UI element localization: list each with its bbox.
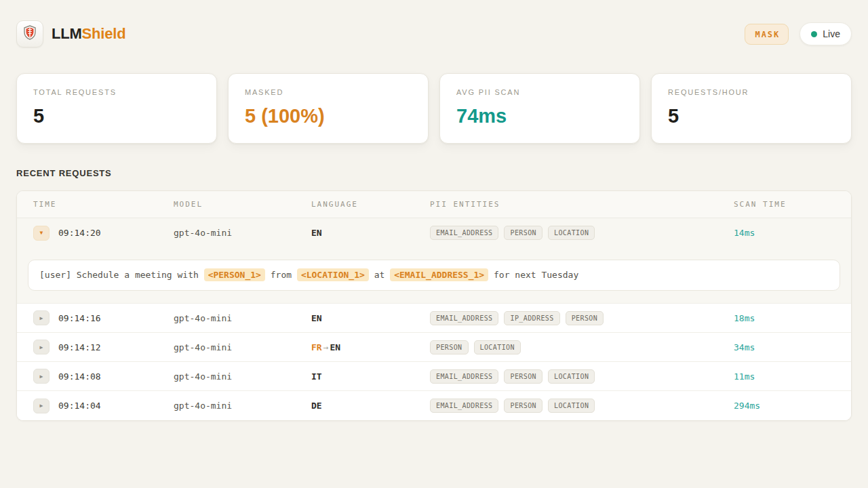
page-title: LLMShield [52, 25, 125, 43]
stat-value: 5 (100%) [245, 105, 412, 127]
stat-value: 5 [33, 105, 200, 127]
pii-entity-chip: PERSON [504, 226, 542, 240]
time-cell: ▶ 09:14:08 [33, 369, 174, 384]
language-cell: FR→EN [311, 342, 430, 352]
table-row[interactable]: ▶ 09:14:16 gpt-4o-mini EN EMAIL_ADDRESS … [17, 304, 851, 333]
triangle-down-icon: ▼ [40, 230, 43, 236]
pii-entity-chip: PERSON [566, 311, 604, 325]
app-logo [16, 20, 43, 47]
expand-row-button[interactable]: ▶ [33, 340, 50, 354]
scan-time-cell: 14ms [734, 228, 835, 238]
location-token: <LOCATION_1> [297, 268, 369, 281]
table-header-row: TIME MODEL LANGUAGE PII ENTITIES SCAN TI… [17, 191, 851, 218]
column-header-language: LANGUAGE [311, 200, 430, 209]
language-cell: IT [311, 371, 430, 382]
message-text: for next Tuesday [488, 270, 578, 280]
scan-time-cell: 11ms [734, 371, 835, 382]
column-header-model: MODEL [174, 200, 311, 209]
triangle-right-icon: ▶ [40, 403, 43, 409]
expanded-request-panel: [user] Schedule a meeting with <PERSON_1… [17, 247, 851, 304]
pii-entity-chip: PERSON [504, 369, 542, 384]
pii-entity-chip: EMAIL_ADDRESS [430, 399, 498, 413]
pii-entity-chip: PERSON [430, 340, 469, 354]
request-time: 09:14:08 [58, 371, 101, 382]
masked-message: [user] Schedule a meeting with <PERSON_1… [28, 260, 840, 291]
requests-table: TIME MODEL LANGUAGE PII ENTITIES SCAN TI… [16, 190, 852, 421]
language-target: EN [330, 342, 340, 352]
stat-value: 74ms [456, 105, 623, 127]
model-cell: gpt-4o-mini [174, 342, 311, 352]
collapse-row-button[interactable]: ▼ [33, 226, 50, 241]
table-row[interactable]: ▶ 09:14:04 gpt-4o-mini DE EMAIL_ADDRESS … [17, 391, 851, 420]
triangle-right-icon: ▶ [40, 344, 43, 350]
expand-row-button[interactable]: ▶ [33, 399, 50, 413]
column-header-time: TIME [33, 200, 174, 209]
scan-time-cell: 34ms [734, 342, 835, 352]
shield-icon [23, 25, 37, 43]
pii-entities-cell: EMAIL_ADDRESS PERSON LOCATION [430, 226, 734, 240]
language-cell: EN [311, 228, 430, 238]
email-address-token: <EMAIL_ADDRESS_1> [390, 268, 488, 281]
pii-entity-chip: PERSON [504, 399, 542, 413]
expand-row-button[interactable]: ▶ [33, 310, 50, 325]
column-header-scan-time: SCAN TIME [734, 200, 835, 209]
pii-entity-chip: EMAIL_ADDRESS [430, 369, 498, 384]
pii-entity-chip: LOCATION [548, 226, 595, 240]
language-cell: EN [311, 313, 430, 323]
pii-entity-chip: IP_ADDRESS [504, 311, 559, 325]
message-text: [user] Schedule a meeting with [39, 270, 204, 280]
pii-entities-cell: EMAIL_ADDRESS IP_ADDRESS PERSON [430, 311, 734, 325]
pii-entity-chip: EMAIL_ADDRESS [430, 226, 498, 240]
message-text: at [369, 270, 390, 280]
brand-prefix: LLM [52, 25, 82, 42]
request-time: 09:14:20 [58, 228, 101, 238]
request-time: 09:14:16 [58, 313, 101, 323]
time-cell: ▶ 09:14:04 [33, 399, 174, 413]
table-row[interactable]: ▼ 09:14:20 gpt-4o-mini EN EMAIL_ADDRESS … [17, 218, 851, 247]
pii-entity-chip: LOCATION [548, 399, 595, 413]
language-cell: DE [311, 401, 430, 411]
live-label: Live [823, 28, 840, 39]
model-cell: gpt-4o-mini [174, 401, 311, 411]
stats-row: TOTAL REQUESTS 5 MASKED 5 (100%) AVG PII… [0, 73, 868, 144]
person-token: <PERSON_1> [204, 268, 265, 281]
pii-entities-cell: EMAIL_ADDRESS PERSON LOCATION [430, 399, 734, 413]
section-title-recent-requests: RECENT REQUESTS [16, 168, 852, 178]
stat-label: MASKED [245, 88, 412, 96]
brand-suffix: Shield [82, 25, 126, 42]
model-cell: gpt-4o-mini [174, 313, 311, 323]
model-cell: gpt-4o-mini [174, 228, 311, 238]
table-row[interactable]: ▶ 09:14:12 gpt-4o-mini FR→EN PERSON LOCA… [17, 333, 851, 362]
stat-label: AVG PII SCAN [456, 88, 623, 96]
stat-card-avg-pii-scan: AVG PII SCAN 74ms [439, 73, 640, 144]
live-dot-icon [811, 31, 817, 37]
scan-time-cell: 18ms [734, 313, 835, 323]
stat-card-total-requests: TOTAL REQUESTS 5 [16, 73, 217, 144]
stat-value: 5 [668, 105, 835, 127]
scan-time-cell: 294ms [734, 401, 835, 411]
pii-entity-chip: LOCATION [474, 340, 521, 354]
pii-entity-chip: LOCATION [548, 369, 595, 384]
app-header: LLMShield MASK Live [0, 0, 868, 47]
table-row[interactable]: ▶ 09:14:08 gpt-4o-mini IT EMAIL_ADDRESS … [17, 362, 851, 391]
message-text: from [265, 270, 297, 280]
pii-entities-cell: EMAIL_ADDRESS PERSON LOCATION [430, 369, 734, 384]
arrow-right-icon: → [322, 342, 330, 352]
stat-card-requests-per-hour: REQUESTS/HOUR 5 [651, 73, 852, 144]
time-cell: ▶ 09:14:12 [33, 340, 174, 354]
pii-entity-chip: EMAIL_ADDRESS [430, 311, 498, 325]
live-status-pill: Live [800, 22, 852, 45]
request-time: 09:14:12 [58, 342, 101, 352]
stat-label: TOTAL REQUESTS [33, 88, 200, 96]
time-cell: ▼ 09:14:20 [33, 226, 174, 241]
column-header-pii-entities: PII ENTITIES [430, 200, 734, 209]
triangle-right-icon: ▶ [40, 373, 43, 380]
pii-entities-cell: PERSON LOCATION [430, 340, 734, 354]
expand-row-button[interactable]: ▶ [33, 369, 50, 384]
stat-card-masked: MASKED 5 (100%) [228, 73, 429, 144]
time-cell: ▶ 09:14:16 [33, 310, 174, 325]
stat-label: REQUESTS/HOUR [668, 88, 835, 96]
mask-mode-badge[interactable]: MASK [745, 24, 789, 45]
model-cell: gpt-4o-mini [174, 371, 311, 382]
request-time: 09:14:04 [58, 401, 101, 411]
